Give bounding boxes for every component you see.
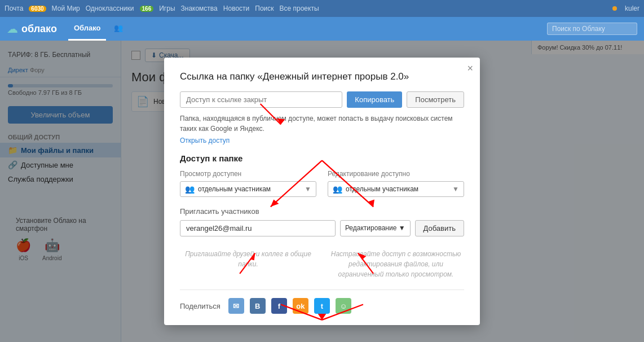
nav-games[interactable]: Игры (159, 5, 175, 12)
top-nav: Почта 6030 Мой Мир Одноклассники 166 Игр… (0, 0, 644, 17)
modal-access-row: Просмотр доступен 👥 отдельным участникам… (180, 170, 464, 197)
second-nav: ☁ облако Облако 👥 (0, 17, 644, 41)
edit-access-select[interactable]: 👥 отдельным участникам ▼ (328, 181, 464, 197)
view-access-label: Просмотр доступен (180, 170, 316, 178)
mail-badge: 6030 (29, 6, 46, 12)
access-section-title: Доступ к папке (180, 154, 464, 163)
modal-dialog: × Ссылка на папку «Денежный интернет про… (164, 58, 480, 325)
svg-marker-3 (271, 200, 279, 207)
share-label: Поделиться (180, 302, 220, 310)
view-arrow-icon: ▼ (305, 185, 311, 193)
nav-search[interactable]: Поиск (255, 5, 274, 12)
hint-right: Настраивайте доступ с возможностью редак… (328, 245, 464, 279)
logo-text: облако (21, 23, 57, 35)
social-vk-button[interactable]: В (250, 298, 266, 314)
social-ok-button[interactable]: ok (293, 298, 308, 314)
nav-user: kuler (625, 5, 639, 12)
view-users-icon: 👥 (185, 185, 195, 194)
nav-ok[interactable]: Одноклассники (86, 5, 134, 12)
view-button[interactable]: Посмотреть (407, 91, 464, 108)
add-participant-button[interactable]: Добавить (415, 220, 464, 236)
nav2-people[interactable]: 👥 (108, 17, 129, 41)
invite-permission-text: Редактирование (345, 224, 396, 232)
modal-link-input[interactable] (180, 91, 342, 108)
edit-arrow-icon: ▼ (452, 185, 459, 193)
edit-access-col: Редактирование доступно 👥 отдельным учас… (328, 170, 464, 197)
modal-overlay: × Ссылка на папку «Денежный интернет про… (0, 41, 644, 342)
modal-invite-row: Редактирование ▼ Добавить (180, 220, 464, 236)
nav-mail[interactable]: Почта (5, 5, 23, 12)
modal-link-row: Копировать Посмотреть (180, 91, 464, 108)
view-option-text: отдельным участникам (198, 185, 271, 193)
social-fb-button[interactable]: f (271, 298, 287, 314)
edit-option-text: отдельным участникам (346, 185, 418, 193)
nav-myworld[interactable]: Мой Мир (52, 5, 80, 12)
search-input[interactable] (547, 23, 637, 35)
modal-footer: Поделиться ✉ В f ok t ☺ (180, 290, 464, 314)
open-access-link[interactable]: Открыть доступ (180, 137, 230, 144)
nav-news[interactable]: Новости (223, 5, 249, 12)
invite-title: Пригласить участников (180, 207, 464, 216)
hint-left: Приглашайте друзей и коллег в общие папк… (180, 245, 316, 279)
svg-marker-12 (318, 314, 327, 320)
modal-hint-row: Приглашайте друзей и коллег в общие папк… (180, 245, 464, 279)
main-area: ТАРИФ: 8 ГБ. Бесплатный Директ Фору Своб… (0, 41, 644, 342)
social-tw-button[interactable]: t (314, 298, 330, 314)
view-access-select[interactable]: 👥 отдельным участникам ▼ (180, 181, 316, 197)
user-status-dot (612, 6, 617, 11)
copy-button[interactable]: Копировать (347, 91, 402, 108)
invite-permission-arrow: ▼ (399, 224, 405, 232)
cloud-logo-icon: ☁ (7, 22, 18, 36)
social-email-button[interactable]: ✉ (228, 298, 244, 314)
social-smile-button[interactable]: ☺ (336, 298, 351, 314)
nav2-search-area (547, 23, 637, 35)
svg-marker-5 (368, 200, 374, 207)
logo-area: ☁ облако (7, 22, 57, 36)
invite-email-input[interactable] (180, 220, 336, 236)
modal-title: Ссылка на папку «Денежный интернет проры… (180, 71, 464, 82)
modal-warning-text: Папка, находящаяся в публичном доступе, … (180, 113, 464, 134)
modal-close-button[interactable]: × (467, 63, 473, 73)
nav-allprojects[interactable]: Все проекты (280, 5, 319, 12)
edit-access-label: Редактирование доступно (328, 170, 464, 178)
ok-badge: 166 (140, 6, 154, 12)
view-access-col: Просмотр доступен 👥 отдельным участникам… (180, 170, 316, 197)
nav2-cloud[interactable]: Облако (68, 17, 107, 41)
invite-permission-select[interactable]: Редактирование ▼ (340, 220, 411, 236)
nav-dating[interactable]: Знакомства (181, 5, 218, 12)
edit-users-icon: 👥 (333, 185, 342, 194)
